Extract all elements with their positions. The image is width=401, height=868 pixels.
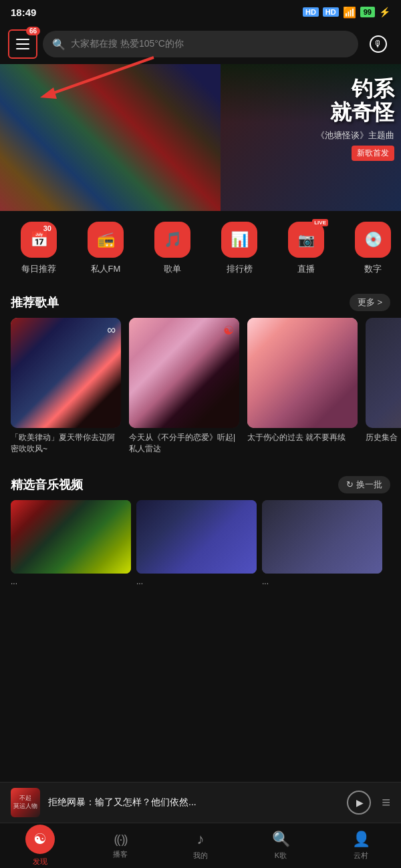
notification-badge: 66 [26,27,40,35]
status-time: 18:49 [11,7,36,18]
playlist-item-3[interactable]: 太于伤心的过去 就不要再续 [247,318,358,455]
menu-button[interactable]: 66 [8,29,37,59]
mini-player-info: 拒绝网暴：输了又怎样？他们依然... [48,797,339,809]
banner-text-area: 钓系 就奇怪 《池塘怪谈》主题曲 新歌首发 [316,77,394,161]
village-icon: 👤 [352,831,370,848]
playlist-netease-icon: ☯ [223,323,234,338]
tab-my-label: 我的 [193,851,208,861]
discover-icon: ☯ [25,825,55,854]
quick-nav: 📅 30 每日推荐 📻 私人FM 🎵 歌单 📊 排行榜 📷 LIVE 直播 💿 … [0,211,401,286]
mv-item-1[interactable]: ... [11,500,131,586]
bottom-nav: ☯ 发现 ((·)) 播客 ♪ 我的 🔍 K歌 👤 云村 [0,823,401,868]
tab-discover-label: 发现 [33,857,47,867]
nav-label-playlist: 歌单 [164,263,181,275]
tab-podcasts-label: 播客 [113,849,128,859]
nav-label-charts: 排行榜 [227,263,253,275]
menu-bar-1 [16,39,29,40]
status-icons: HD HD 📶 99 ⚡ [303,6,390,19]
nav-item-daily[interactable]: 📅 30 每日推荐 [5,222,72,275]
playlist-loop-icon: ∞ [107,323,116,337]
search-bar[interactable]: 🔍 大家都在搜 热爱105°C的你 [43,31,358,57]
recommended-section: 推荐歌单 更多 > ∞ 「欧美律动」夏天带你去迈阿密吹吹风~ ☯ 今天从《不分手… [0,286,401,455]
playlist-label-3: 太于伤心的过去 就不要再续 [247,432,358,443]
search-icon: 🔍 [52,38,65,51]
playlist-item-4[interactable]: 历史集合 [366,318,401,455]
refresh-label: 换一批 [356,479,382,491]
mv-label-3: ... [262,577,382,586]
nav-label-daily: 每日推荐 [21,263,56,275]
mv-header: 精选音乐视频 ↻ 换一批 [0,468,401,500]
tab-ktv-label: K歌 [275,851,287,861]
tab-podcasts[interactable]: ((·)) 播客 [80,823,160,868]
playlist-thumb-3 [247,318,358,428]
mic-icon: 🎙 [370,35,387,53]
charts-icon: 📊 [221,222,257,258]
playlist-thumb-1: ∞ [11,318,121,428]
digital-icon: 💿 [355,222,391,258]
wifi-icon: 📶 [343,6,356,19]
mini-player[interactable]: 不起莫运人物 拒绝网暴：输了又怎样？他们依然... ▶ ≡ [0,782,401,823]
playlist-label-2: 今天从《不分手的恋爱》听起|私人雷达 [129,432,239,455]
banner-title-line2: 就奇怪 [316,101,394,124]
mini-play-button[interactable]: ▶ [347,791,371,815]
mini-player-title: 拒绝网暴：输了又怎样？他们依然... [48,797,339,809]
nav-label-live: 直播 [297,263,315,275]
mv-thumb-1 [11,500,131,574]
search-placeholder-text: 大家都在搜 热爱105°C的你 [71,38,184,50]
nav-item-fm[interactable]: 📻 私人FM [72,222,139,275]
mv-thumb-3 [262,500,382,574]
podcasts-icon: ((·)) [114,833,127,847]
mv-title: 精选音乐视频 [11,477,83,493]
more-label: 更多 > [358,296,382,308]
menu-bar-3 [16,48,29,49]
mini-player-controls: ▶ ≡ [347,791,390,815]
mv-thumb-2 [136,500,257,574]
playlist-icon: 🎵 [154,222,190,258]
play-icon: ▶ [356,797,364,808]
nav-item-live[interactable]: 📷 LIVE 直播 [273,222,340,275]
playlist-label-1: 「欧美律动」夏天带你去迈阿密吹吹风~ [11,432,121,455]
tab-village[interactable]: 👤 云村 [321,823,401,868]
playlist-row: ∞ 「欧美律动」夏天带你去迈阿密吹吹风~ ☯ 今天从《不分手的恋爱》听起|私人雷… [0,318,401,455]
recommended-more-button[interactable]: 更多 > [350,294,390,311]
nav-item-playlist[interactable]: 🎵 歌单 [139,222,206,275]
bottom-spacer [0,586,401,680]
tab-my[interactable]: ♪ 我的 [160,823,241,868]
banner-new-tag: 新歌首发 [352,146,394,161]
tab-village-label: 云村 [354,851,368,861]
banner-title-line1: 钓系 [316,77,394,101]
banner-left-image [0,64,221,211]
playlist-item-1[interactable]: ∞ 「欧美律动」夏天带你去迈阿密吹吹风~ [11,318,121,455]
mv-label-1: ... [11,577,131,586]
refresh-icon: ↻ [346,479,354,489]
nav-item-digital[interactable]: 💿 数字 [340,222,401,275]
tab-ktv[interactable]: 🔍 K歌 [241,823,321,868]
daily-icon: 📅 30 [21,222,57,258]
ktv-icon: 🔍 [272,831,290,848]
header: 66 🔍 大家都在搜 热爱105°C的你 🎙 [0,24,401,64]
banner-image-overlay [0,64,221,211]
mv-refresh-button[interactable]: ↻ 换一批 [338,476,390,493]
banner[interactable]: 钓系 就奇怪 《池塘怪谈》主题曲 新歌首发 [0,64,401,211]
live-icon: 📷 LIVE [288,222,324,258]
music-video-section: 精选音乐视频 ↻ 换一批 ... ... ... [0,468,401,586]
playlist-thumb-2: ☯ [129,318,239,428]
playlist-item-2[interactable]: ☯ 今天从《不分手的恋爱》听起|私人雷达 [129,318,239,455]
battery-indicator: 99 [360,7,375,17]
status-bar: 18:49 HD HD 📶 99 ⚡ [0,0,401,24]
my-icon: ♪ [197,831,205,848]
tab-discover[interactable]: ☯ 发现 [0,823,80,868]
mini-playlist-button[interactable]: ≡ [382,794,390,811]
playlist-label-4: 历史集合 [366,432,401,443]
banner-subtitle: 《池塘怪谈》主题曲 [316,130,394,142]
nav-label-digital: 数字 [364,263,382,275]
mv-item-2[interactable]: ... [136,500,257,586]
mic-button[interactable]: 🎙 [364,29,393,59]
mini-player-thumbnail: 不起莫运人物 [11,788,40,817]
playlist-thumb-4 [366,318,401,428]
mv-item-3[interactable]: ... [262,500,382,586]
nav-item-charts[interactable]: 📊 排行榜 [206,222,273,275]
charging-icon: ⚡ [379,7,390,17]
recommended-header: 推荐歌单 更多 > [0,286,401,318]
menu-bar-2 [16,43,29,45]
